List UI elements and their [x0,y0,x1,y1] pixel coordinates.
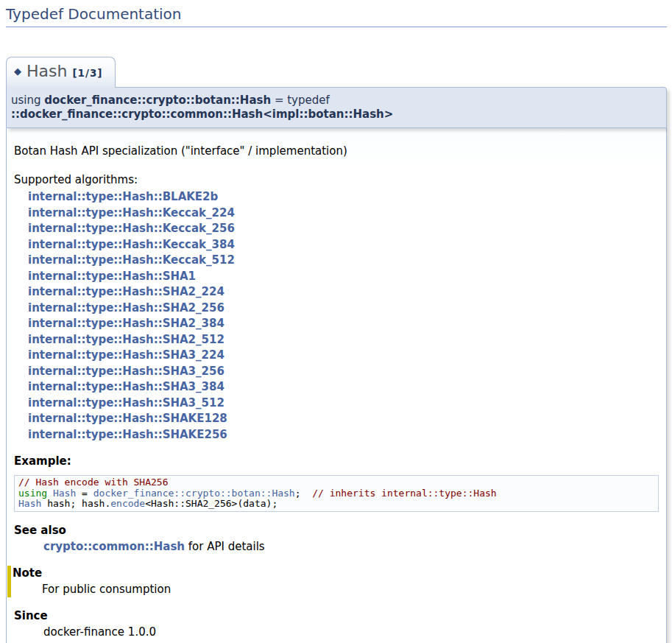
see-also-suffix: for API details [185,540,265,553]
algorithm-link[interactable]: internal::type::Hash::BLAKE2b [28,189,659,205]
code-text: = [76,488,93,499]
code-fragment: // Hash encode with SHA256using Hash = d… [14,475,659,512]
note-section: Note For public consumption [7,566,659,597]
decl-equals-typedef: = typedef [271,94,330,107]
see-also-section: See also crypto::common::Hash for API de… [14,523,659,555]
code-comment: // inherits internal::type::Hash [312,488,496,499]
decl-target-type: ::docker_finance::crypto::common::Hash<i… [11,108,393,121]
member-overload-index: [1/3] [72,67,102,79]
member-prototype: using docker_finance::crypto::botan::Has… [6,87,667,128]
code-link-botan-hash[interactable]: docker_finance::crypto::botan::Hash [93,488,295,499]
code-text: hash; hash. [41,498,110,509]
member-name: Hash [26,62,67,80]
note-text: For public consumption [42,582,659,597]
algorithm-link[interactable]: internal::type::Hash::SHA2_384 [28,316,659,332]
member-description: Botan Hash API specialization ("interfac… [14,144,659,159]
algorithm-link[interactable]: internal::type::Hash::Keccak_256 [28,221,659,237]
algorithms-list: internal::type::Hash::BLAKE2b internal::… [14,189,659,443]
code-link-hash[interactable]: Hash [53,488,76,499]
algorithm-link[interactable]: internal::type::Hash::SHA3_224 [28,348,659,364]
code-text: <Hash::SHA2_256>(data); [145,498,277,509]
note-label: Note [13,566,659,581]
member-item: ◆Hash [1/3] using docker_finance::crypto… [6,57,667,643]
since-label: Since [14,608,659,624]
algorithm-link[interactable]: internal::type::Hash::SHA3_512 [28,396,659,412]
code-comment: // Hash encode with SHA256 [18,477,169,488]
member-documentation: Botan Hash API specialization ("interfac… [6,128,667,643]
algorithm-link[interactable]: internal::type::Hash::SHA2_512 [28,332,659,348]
algorithm-link[interactable]: internal::type::Hash::Keccak_384 [28,237,659,253]
see-also-link[interactable]: crypto::common::Hash [43,540,185,553]
see-also-label: See also [14,523,659,538]
page-title: Typedef Documentation [6,0,667,27]
code-keyword: using [18,488,47,499]
algorithms-label: Supported algorithms: [14,172,659,188]
algorithm-link[interactable]: internal::type::Hash::SHA2_224 [28,284,659,301]
since-section: Since docker-finance 1.0.0 [14,608,659,640]
algorithm-link[interactable]: internal::type::Hash::SHAKE128 [28,411,659,427]
example-label: Example: [14,454,659,469]
see-also-content: crypto::common::Hash for API details [43,539,659,555]
algorithm-link[interactable]: internal::type::Hash::Keccak_224 [28,205,659,222]
decl-typedef-name: docker_finance::crypto::botan::Hash [44,94,271,107]
member-title-tab: ◆Hash [1/3] [6,57,116,88]
algorithm-link[interactable]: internal::type::Hash::Keccak_512 [28,253,659,269]
anchor-diamond-icon[interactable]: ◆ [14,66,21,77]
code-link-hash[interactable]: Hash [18,498,41,509]
algorithm-link[interactable]: internal::type::Hash::SHA1 [28,269,659,285]
code-line: Hash hash; hash.encode<Hash::SHA2_256>(d… [18,499,654,510]
code-line: // Hash encode with SHA256 [18,477,654,488]
algorithm-link[interactable]: internal::type::Hash::SHA3_256 [28,364,659,380]
code-link-encode[interactable]: encode [110,498,145,509]
algorithm-link[interactable]: internal::type::Hash::SHA2_256 [28,301,659,317]
algorithm-link[interactable]: internal::type::Hash::SHA3_384 [28,379,659,396]
code-text [47,488,53,499]
decl-using-keyword: using [11,94,44,107]
page-content: Typedef Documentation ◆Hash [1/3] using … [0,0,672,643]
algorithm-link[interactable]: internal::type::Hash::SHAKE256 [28,427,659,443]
code-text: ; [295,488,312,499]
since-text: docker-finance 1.0.0 [43,625,659,640]
code-line: using Hash = docker_finance::crypto::bot… [18,488,654,499]
